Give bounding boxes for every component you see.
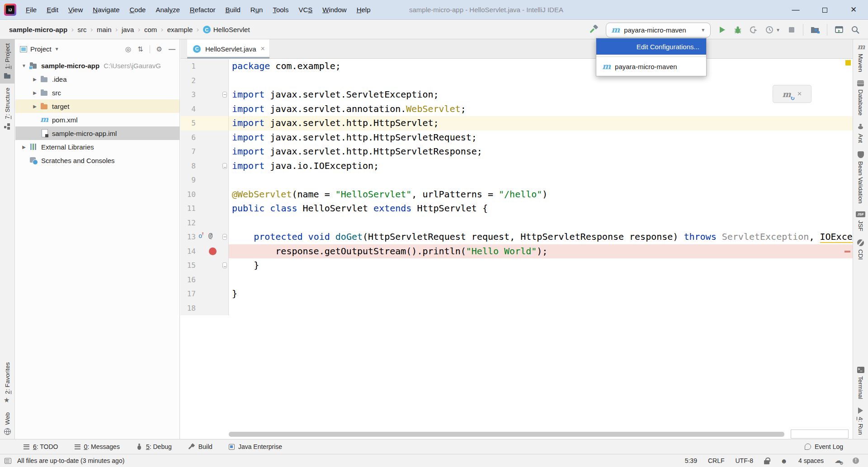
menu-navigate[interactable]: Navigate: [88, 0, 124, 19]
tool-button-7-structure[interactable]: 7: Structure: [0, 84, 14, 134]
menu-tools[interactable]: Tools: [268, 0, 293, 19]
minimize-button[interactable]: —: [781, 0, 810, 19]
code-line-text[interactable]: package com.example;: [229, 59, 853, 74]
tree-arrow-closed-icon[interactable]: ▶: [30, 77, 40, 82]
tree-row-scratches-and-consoles[interactable]: Scratches and Consoles: [15, 154, 179, 167]
editor-gutter[interactable]: 4: [180, 102, 229, 117]
run-with-coverage-button[interactable]: [749, 25, 758, 34]
tool-window-button-5-debug[interactable]: 5: Debug: [136, 443, 172, 450]
code-line-text[interactable]: import javax.servlet.http.HttpServlet;: [229, 116, 853, 131]
close-tab-icon[interactable]: ×: [258, 45, 265, 53]
editor-gutter[interactable]: 14: [180, 244, 229, 259]
toggle-toolwindows-icon[interactable]: [5, 458, 11, 464]
menu-analyze[interactable]: Analyze: [151, 0, 184, 19]
tool-button-maven[interactable]: Maven: [853, 39, 868, 76]
fold-icon[interactable]: [222, 163, 227, 169]
project-panel-title[interactable]: Project: [30, 45, 52, 53]
code-line-text[interactable]: [229, 301, 853, 316]
editor-gutter[interactable]: 13o↑@: [180, 230, 229, 244]
breadcrumb-item-com[interactable]: com: [144, 26, 157, 33]
tree-row-pom-xml[interactable]: pom.xml: [15, 113, 179, 126]
indent-widget[interactable]: 4 spaces: [798, 457, 824, 464]
debug-button[interactable]: [733, 25, 742, 34]
collapse-all-button[interactable]: ⇅: [137, 45, 143, 53]
editor-gutter[interactable]: 16: [180, 273, 229, 287]
breadcrumb-item-java[interactable]: java: [122, 26, 134, 33]
tree-arrow-closed-icon[interactable]: ▶: [30, 104, 40, 109]
code-line-text[interactable]: import javax.servlet.http.HttpServletReq…: [229, 131, 853, 145]
tool-button-1-project[interactable]: 1: Project: [0, 39, 14, 84]
tool-button-database[interactable]: Database: [853, 76, 868, 120]
breadcrumb-item-sample-micro-app[interactable]: sample-micro-app: [9, 26, 67, 33]
tab-helloservlet-java[interactable]: C HelloServlet.java ×: [187, 39, 270, 58]
editor-gutter[interactable]: 8: [180, 159, 229, 173]
tool-button-4-run[interactable]: 4: Run: [853, 403, 868, 439]
close-icon[interactable]: ×: [797, 89, 802, 98]
tree-arrow-open-icon[interactable]: ▼: [19, 63, 29, 68]
fold-icon[interactable]: [222, 234, 227, 240]
editor-gutter[interactable]: 12: [180, 216, 229, 230]
menu-file[interactable]: File: [21, 0, 42, 19]
editor-gutter[interactable]: 10: [180, 187, 229, 202]
editor-gutter[interactable]: 15: [180, 258, 229, 273]
tool-button-jsf[interactable]: JSFJSF: [853, 207, 868, 235]
code-line-text[interactable]: protected void doGet(HttpServletRequest …: [229, 230, 853, 244]
menu-vcs[interactable]: VCS: [293, 0, 317, 19]
run-configuration-select[interactable]: m payara-micro-maven ▼: [606, 23, 711, 37]
chevron-down-icon[interactable]: ▼: [55, 47, 59, 51]
code-line-text[interactable]: public class HelloServlet extends HttpSe…: [229, 201, 853, 216]
menu-refactor[interactable]: Refactor: [185, 0, 221, 19]
locate-file-button[interactable]: ◎: [125, 45, 131, 53]
code-line-text[interactable]: @WebServlet(name = "HelloServlet", urlPa…: [229, 187, 853, 202]
breadcrumb-item-main[interactable]: main: [97, 26, 112, 33]
caret-position-widget[interactable]: 5:39: [685, 457, 697, 464]
tool-button-web[interactable]: Web: [0, 408, 14, 439]
line-ending-widget[interactable]: CRLF: [708, 457, 725, 464]
code-line-text[interactable]: }: [229, 287, 853, 301]
tool-windows-button[interactable]: [834, 25, 844, 34]
code-line-text[interactable]: [229, 173, 853, 187]
tree-row-sample-micro-app-iml[interactable]: sample-micro-app.iml: [15, 126, 179, 140]
code-line-text[interactable]: import javax.servlet.http.HttpServletRes…: [229, 145, 853, 159]
profiler-button[interactable]: ▼: [765, 25, 780, 34]
stop-button[interactable]: [787, 25, 796, 34]
overrides-method-icon[interactable]: o↑: [198, 232, 202, 239]
editor-gutter[interactable]: 7: [180, 145, 229, 159]
event-log-button[interactable]: Event Log: [805, 443, 843, 450]
menu-item-edit-configurations[interactable]: Edit Configurations...: [596, 38, 706, 55]
tool-window-button-0-messages[interactable]: 0: Messages: [75, 443, 120, 450]
tool-window-button-java-enterprise[interactable]: Java Enterprise: [229, 443, 282, 450]
highlighting-level-icon[interactable]: ☻: [780, 458, 788, 464]
project-structure-button[interactable]: [810, 25, 820, 34]
tool-button-bean-validation[interactable]: Bean Validation: [853, 147, 868, 208]
code-line-text[interactable]: import javax.servlet.ServletException;: [229, 88, 853, 102]
tool-window-button-6-todo[interactable]: 6: TODO: [24, 443, 58, 450]
breadcrumb-item-src[interactable]: src: [78, 26, 87, 33]
code-line-text[interactable]: import java.io.IOException;: [229, 159, 853, 173]
tree-row-src[interactable]: ▶src: [15, 86, 179, 99]
editor-gutter[interactable]: 5: [180, 116, 229, 131]
maven-reimport-icon[interactable]: m↻: [783, 89, 791, 99]
tool-window-button-build[interactable]: Build: [188, 443, 212, 450]
fold-icon[interactable]: [222, 262, 227, 268]
menu-window[interactable]: Window: [317, 0, 351, 19]
close-button[interactable]: ✕: [839, 0, 868, 19]
fold-icon[interactable]: [222, 92, 227, 98]
breakpoint-icon[interactable]: [209, 248, 217, 255]
hide-panel-button[interactable]: —: [169, 45, 175, 53]
run-button[interactable]: [717, 25, 726, 34]
editor-gutter[interactable]: 9: [180, 173, 229, 187]
code-line-text[interactable]: response.getOutputStream().println("Hell…: [229, 244, 853, 259]
tool-button-ant[interactable]: Ant: [853, 119, 868, 147]
menu-build[interactable]: Build: [220, 0, 245, 19]
code-line-text[interactable]: [229, 74, 853, 88]
menu-help[interactable]: Help: [352, 0, 376, 19]
tool-button-2-favorites[interactable]: 2: Favorites: [0, 358, 14, 409]
editor-gutter[interactable]: 17: [180, 287, 229, 301]
menu-code[interactable]: Code: [125, 0, 151, 19]
menu-edit[interactable]: Edit: [42, 0, 63, 19]
settings-gear-icon[interactable]: ⚙: [156, 45, 162, 53]
code-line-text[interactable]: [229, 216, 853, 230]
menu-run[interactable]: Run: [245, 0, 268, 19]
tree-row-idea[interactable]: ▶.idea: [15, 72, 179, 86]
